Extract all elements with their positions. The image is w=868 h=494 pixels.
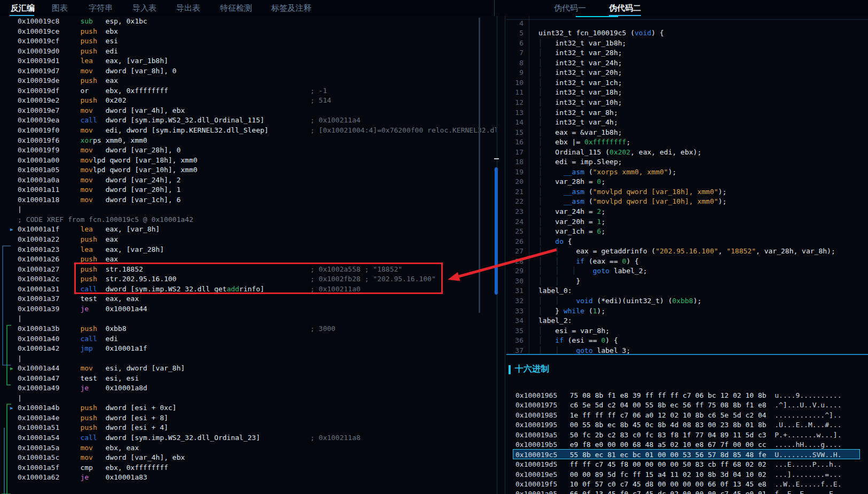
line-number: 15 bbox=[506, 128, 523, 138]
pseudocode-line[interactable]: 7│ int32_t var_28h; bbox=[506, 48, 868, 58]
pseudocode-line[interactable]: 28│ │ if (eax == 0) { bbox=[506, 257, 868, 267]
disasm-row[interactable]: 0x10001a39 je 0x10001a44 bbox=[0, 304, 496, 314]
pseudocode-line[interactable]: 35│ esi = var_8h; bbox=[506, 326, 868, 336]
pseudocode-line[interactable]: 33│ } while (1); bbox=[506, 306, 868, 317]
disasm-row[interactable]: 0x10001a5f cmp ebx, 0xffffffff bbox=[0, 463, 496, 473]
pseudocode-line[interactable]: 26│ do { bbox=[506, 237, 868, 247]
disasm-row[interactable]: 0x100019e2 push 0x202 ; 514 bbox=[0, 96, 496, 106]
disasm-row[interactable]: 0x10001a49 je 0x10001a8d bbox=[0, 383, 496, 393]
splitter-handle[interactable] bbox=[494, 158, 499, 159]
disasm-row[interactable]: 0x10001a0a mov dword [var_24h], 2 bbox=[0, 175, 496, 186]
disasm-row[interactable]: 0x100019de push eax bbox=[0, 76, 496, 86]
disasm-row[interactable]: 0x100019cf push esi bbox=[0, 36, 496, 47]
disasm-row[interactable]: 0x10001a00 movlpd qword [var_18h], xmm0 bbox=[0, 156, 496, 166]
disasm-row[interactable]: 0x100019d1 lea eax, [var_1b8h] bbox=[0, 56, 496, 66]
disasm-row[interactable]: 0x100019d0 push edi bbox=[0, 47, 496, 57]
hex-row[interactable]: 0x100019a5 50 fc 2b c2 83 c0 fc 83 f8 1f… bbox=[506, 430, 868, 440]
disasm-row[interactable]: 0x100019e7 mov dword [var_4h], ebx bbox=[0, 106, 496, 116]
pseudocode-line[interactable]: 18│ edi = imp.Sleep; bbox=[506, 157, 868, 167]
disasm-row[interactable]: 0x10001a3b push 0xbb8 ; 3000 bbox=[0, 324, 496, 334]
pseudocode-line[interactable]: 31label_0: bbox=[506, 286, 868, 296]
disasm-row[interactable]: 0x10001a4e push dword [esi + 8] bbox=[0, 413, 496, 423]
hex-row[interactable]: 0x100019d5 ff ff c7 45 f8 00 00 00 00 50… bbox=[506, 460, 868, 469]
disasm-row[interactable]: 0x10001a11 mov dword [var_20h], 1 bbox=[0, 185, 496, 195]
disasm-row[interactable]: 0x10001a5c mov dword [var_4h], ebx bbox=[0, 453, 496, 463]
pseudocode-line[interactable]: 20│ var_28h = 0; bbox=[506, 177, 868, 187]
hex-row[interactable]: 0x10001995 00 55 8b ec 8b 45 0c 8b 4d 08… bbox=[506, 420, 868, 430]
pseudocode-line[interactable]: 5uint32_t fcn_100019c5 (void) { bbox=[506, 28, 868, 38]
disasm-flow-bar: | bbox=[0, 393, 496, 404]
hex-row[interactable]: 0x100019b5 e9 f8 e0 00 00 68 48 a5 02 10… bbox=[506, 440, 868, 450]
hex-panel-title: 十六进制 bbox=[515, 364, 549, 375]
pseudocode-line[interactable]: 15│ eax = &var_1b8h; bbox=[506, 128, 868, 138]
pseudocode-line[interactable]: 12│ int32_t var_10h; bbox=[506, 98, 868, 108]
pseudocode-line[interactable]: 34label_2: bbox=[506, 316, 868, 326]
pseudocode-line[interactable]: 17│ Ordinal_115 (0x202, eax, edi, ebx); bbox=[506, 148, 868, 158]
hex-row[interactable]: 0x10001a05 66 0f 13 45 f0 c7 45 dc 02 00… bbox=[506, 489, 868, 494]
tab-pseudocode-2[interactable]: 伪代码二 bbox=[609, 0, 641, 16]
disasm-row[interactable]: 0x10001a51 push dword [esi + 4] bbox=[0, 423, 496, 433]
pseudocode-line[interactable]: 25│ var_1ch = 6; bbox=[506, 227, 868, 237]
pseudocode-line[interactable]: 37│ │ goto label_3; bbox=[506, 346, 868, 354]
pseudocode-line[interactable]: 23│ var_24h = 2; bbox=[506, 207, 868, 217]
pseudocode-line[interactable]: 8│ int32_t var_24h; bbox=[506, 58, 868, 68]
disasm-row[interactable]: 0x10001a62 je 0x10001a83 bbox=[0, 473, 496, 483]
menu-item-disassembly[interactable]: 反汇编 bbox=[11, 0, 35, 16]
disasm-row[interactable]: 0x100019f9 mov dword [var_28h], 0 bbox=[0, 145, 496, 156]
menu-item-labels-comments[interactable]: 标签及注释 bbox=[271, 0, 311, 16]
disasm-row[interactable]: 0x10001a18 mov dword [var_1ch], 6 bbox=[0, 195, 496, 205]
pseudocode-line[interactable]: 22│ __asm ("movlpd qword [var_10h], xmm0… bbox=[506, 197, 868, 207]
disasm-row[interactable]: 0x10001a54 call dword [sym.imp.WS2_32.dl… bbox=[0, 433, 496, 443]
pseudocode-line[interactable]: 32│ │ void (*edi)(uint32_t) (0xbb8); bbox=[506, 296, 868, 306]
pseudocode-line[interactable]: 30│ │ } bbox=[506, 276, 868, 287]
pseudocode-scrollbar[interactable] bbox=[495, 167, 498, 295]
pseudocode-line[interactable]: 13│ int32_t var_8h; bbox=[506, 108, 868, 118]
disasm-row[interactable]: ▶0x10001a1f lea eax, [var_8h] bbox=[0, 225, 496, 235]
disasm-row[interactable]: 0x10001a22 push eax bbox=[0, 235, 496, 245]
disasm-row[interactable]: 0x10001a42 jmp 0x10001a1f bbox=[0, 344, 496, 354]
menu-item-strings[interactable]: 字符串 bbox=[89, 0, 113, 16]
disasm-row[interactable]: 0x10001a40 call edi bbox=[0, 334, 496, 344]
pseudocode-line[interactable]: 27│ │ eax = getaddrinfo ("202.95.16.100"… bbox=[506, 246, 868, 257]
disasm-row[interactable]: 0x100019c8 sub esp, 0x1bc bbox=[0, 17, 496, 27]
menu-item-imports[interactable]: 导入表 bbox=[132, 0, 157, 16]
hex-row[interactable]: 0x10001985 1e ff ff ff c7 06 a0 12 02 10… bbox=[506, 411, 868, 420]
disasm-row[interactable]: 0x100019f0 mov edi, dword [sym.imp.KERNE… bbox=[0, 126, 496, 136]
pseudocode-line[interactable]: 21│ __asm ("movlpd qword [var_18h], xmm0… bbox=[506, 187, 868, 197]
disasm-row[interactable]: 0x100019f6 xorps xmm0, xmm0 bbox=[0, 136, 496, 146]
pseudocode-line[interactable]: 4 bbox=[506, 19, 868, 29]
pseudocode-line[interactable]: 11│ int32_t var_18h; bbox=[506, 88, 868, 98]
disasm-row[interactable]: 0x100019ce push ebx bbox=[0, 27, 496, 37]
menu-item-exports[interactable]: 导出表 bbox=[176, 0, 200, 16]
pseudocode-line[interactable]: 6│ int32_t var_1b8h; bbox=[506, 38, 868, 49]
hex-row[interactable]: 0x100019e5 00 00 89 5d fc ff 15 a4 11 02… bbox=[506, 470, 868, 480]
pseudocode-line[interactable]: 10│ int32_t var_1ch; bbox=[506, 78, 868, 88]
hex-row[interactable]: 0x10001965 75 08 8b f1 e8 39 ff ff ff c7… bbox=[506, 391, 868, 400]
disassembly-scrollbar[interactable] bbox=[479, 18, 480, 313]
disasm-row[interactable]: 0x100019df or ebx, 0xffffffff ; -1 bbox=[0, 86, 496, 96]
menu-item-graph[interactable]: 图表 bbox=[52, 0, 68, 16]
disasm-row[interactable]: ▶0x10001a4b push dword [esi + 0xc] bbox=[0, 403, 496, 413]
pseudocode-line[interactable]: 36│ if (esi == 0) { bbox=[506, 336, 868, 346]
disasm-row[interactable]: 0x10001a47 test esi, esi bbox=[0, 374, 496, 384]
pseudocode-line[interactable]: 24│ var_20h = 1; bbox=[506, 217, 868, 227]
menu-item-signatures[interactable]: 特征检测 bbox=[220, 0, 252, 16]
disasm-row[interactable]: 0x10001a05 movlpd qword [var_10h], xmm0 bbox=[0, 165, 496, 175]
disasm-row[interactable]: 0x10001a5a mov ebx, eax bbox=[0, 443, 496, 453]
pseudocode-line[interactable]: 9│ int32_t var_20h; bbox=[506, 68, 868, 78]
pseudocode-view: 3#include <stdint.h>45uint32_t fcn_10001… bbox=[506, 16, 868, 354]
disasm-row[interactable]: ▶0x10001a44 mov esi, dword [var_8h] bbox=[0, 364, 496, 374]
pseudocode-line[interactable]: 14│ int32_t var_4h; bbox=[506, 118, 868, 128]
disasm-row[interactable]: 0x10001a37 test eax, eax bbox=[0, 294, 496, 304]
hex-panel-divider[interactable] bbox=[506, 354, 868, 355]
disasm-row[interactable]: 0x100019ea call dword [sym.imp.WS2_32.dl… bbox=[0, 115, 496, 126]
hex-row[interactable]: 0x100019f5 10 0f 57 c0 c7 45 d8 00 00 00… bbox=[506, 480, 868, 489]
pseudocode-line[interactable]: 29│ │ │ goto label_2; bbox=[506, 266, 868, 276]
pseudocode-line[interactable]: 19│ __asm ("xorps xmm0, xmm0"); bbox=[506, 167, 868, 177]
pseudocode-line[interactable]: 16│ ebx |= 0xffffffff; bbox=[506, 137, 868, 148]
tab-pseudocode-1[interactable]: 伪代码一 bbox=[554, 0, 586, 16]
disasm-row[interactable]: 0x10001a23 lea eax, [var_28h] bbox=[0, 245, 496, 255]
hex-row-selected[interactable]: 0x100019c5 55 8b ec 81 ec bc 01 00 00 53… bbox=[506, 450, 868, 460]
disasm-row[interactable]: 0x100019d7 mov dword [var_8h], 0 bbox=[0, 66, 496, 76]
hex-row[interactable]: 0x10001975 c6 5e 5d c2 04 00 55 8b ec 56… bbox=[506, 400, 868, 410]
